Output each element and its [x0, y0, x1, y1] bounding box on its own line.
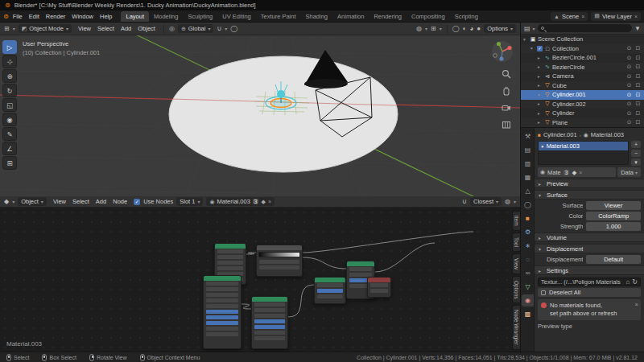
viewport-canvas[interactable]: [0, 35, 520, 196]
disable-render-icon[interactable]: ⊡: [634, 110, 642, 117]
outliner-search-input[interactable]: [538, 24, 633, 32]
material-users-badge[interactable]: 3: [564, 170, 570, 175]
hide-viewport-icon[interactable]: ⊙: [625, 73, 633, 80]
outliner-row-beziercircle-001[interactable]: ▸∿BezierCircle.001⊙⊡: [521, 53, 644, 63]
unlink-icon[interactable]: ×: [579, 170, 582, 175]
mode-selector[interactable]: ◩ Object Mode ▾: [19, 24, 72, 33]
properties-tab-material[interactable]: ◉: [522, 294, 534, 306]
viewport-menu-object[interactable]: Object: [134, 25, 159, 32]
node-editor-type-chevron-icon[interactable]: ▾: [12, 199, 14, 204]
disclosure-icon[interactable]: ▾: [530, 46, 535, 51]
properties-tab-render[interactable]: ▤: [522, 144, 534, 156]
measure-tool[interactable]: ∠: [2, 142, 17, 155]
scene-selector[interactable]: ▲ Scene ×: [551, 12, 588, 21]
node-snap-magnet-icon[interactable]: ∪: [462, 198, 467, 205]
properties-tab-object-data[interactable]: ▽: [522, 281, 534, 293]
menu-help[interactable]: Help: [97, 13, 115, 20]
disclosure-icon[interactable]: ▸: [538, 120, 543, 125]
deselect-all-button[interactable]: Deselect All: [538, 288, 641, 297]
strength-slider[interactable]: 1.000: [586, 222, 641, 231]
data-link-selector[interactable]: Data ▾: [617, 167, 641, 177]
workspace-tab-sculpting[interactable]: Sculpting: [183, 11, 217, 22]
surface-value-button[interactable]: Viewer: [586, 201, 641, 210]
shader-node-6[interactable]: [367, 277, 391, 298]
node-canvas[interactable]: [0, 208, 520, 352]
shader-node-4[interactable]: [314, 277, 346, 304]
disclosure-icon[interactable]: ▸: [538, 64, 543, 69]
node-overlay-chevron-icon[interactable]: ▾: [514, 199, 516, 204]
camera-view-icon[interactable]: [502, 103, 511, 113]
viewport-menu-view[interactable]: View: [75, 25, 94, 32]
disable-render-icon[interactable]: ⊡: [634, 55, 642, 61]
blender-menu-icon[interactable]: ⊚: [3, 13, 9, 20]
material-slot-row[interactable]: ● Material.003: [539, 142, 628, 150]
slot-selector[interactable]: Slot 1 ▾: [176, 197, 203, 206]
shader-editor[interactable]: ◆ ▾ Object ▾ ViewSelectAddNode ✓ Use Nod…: [0, 196, 520, 352]
outliner-row-beziercircle[interactable]: ▸∿BezierCircle⊙⊡: [521, 63, 644, 72]
transform-tool[interactable]: ◉: [2, 113, 17, 126]
view-layer-selector[interactable]: ▤ View Layer ×: [591, 12, 641, 21]
pivot-point-icon[interactable]: ◎: [169, 25, 175, 32]
node-header[interactable]: [368, 278, 390, 282]
proportional-editing-icon[interactable]: ◯: [230, 25, 237, 32]
shading-solid-icon[interactable]: ◐: [463, 25, 467, 32]
disable-render-icon[interactable]: ⊡: [634, 73, 642, 80]
disclosure-icon[interactable]: ▸: [538, 56, 543, 60]
scene-unlink-icon[interactable]: ×: [581, 14, 584, 19]
node-header[interactable]: [315, 278, 345, 282]
outliner-row-cube[interactable]: ▸▽Cube⊙⊡: [521, 81, 644, 91]
editor-type-icon[interactable]: ⊞: [4, 25, 10, 32]
panel-displacement[interactable]: ▾ Displacement: [535, 244, 644, 253]
zoom-icon[interactable]: [502, 69, 511, 79]
material-browse[interactable]: ◉ Mate 3 ◆ ×: [538, 167, 616, 177]
disclosure-icon[interactable]: ▸: [538, 111, 543, 116]
outliner-row-camera[interactable]: ▸⊲Camera⊙⊡: [521, 72, 644, 81]
disclosure-icon[interactable]: ▾: [523, 37, 528, 42]
navigation-gizmo[interactable]: [491, 40, 514, 64]
gizmos-icon[interactable]: ⊞: [431, 25, 436, 32]
color-value-button[interactable]: ColorRamp: [586, 212, 641, 220]
fake-user-shield-icon[interactable]: ◆: [261, 199, 265, 205]
shader-node-3[interactable]: [251, 296, 288, 349]
outliner-type-icon[interactable]: ▤: [524, 25, 530, 32]
disable-render-icon[interactable]: ⊡: [634, 64, 642, 70]
hide-viewport-icon[interactable]: ⊙: [625, 119, 633, 125]
menu-edit[interactable]: Edit: [26, 13, 43, 20]
outliner-row-cylinder-001[interactable]: ▾▽Cylinder.001⊙⊡: [521, 90, 644, 100]
node-editor-type-icon[interactable]: ◆: [4, 198, 9, 205]
shader-node-1[interactable]: [256, 245, 303, 277]
add-cube-tool[interactable]: ⊞: [2, 156, 17, 170]
hide-viewport-icon[interactable]: ⊙: [625, 55, 633, 61]
scale-tool[interactable]: ◱: [2, 98, 17, 112]
properties-tab-output[interactable]: ▥: [522, 158, 534, 170]
menu-render[interactable]: Render: [43, 13, 69, 20]
properties-tab-object[interactable]: ■: [522, 212, 534, 224]
properties-tab-world[interactable]: ◯: [522, 199, 534, 211]
shader-menu-node[interactable]: Node: [109, 198, 130, 205]
properties-tab-texture[interactable]: ▩: [522, 308, 534, 320]
displacement-value-button[interactable]: Default: [586, 255, 641, 264]
disable-render-icon[interactable]: ⊡: [634, 82, 642, 88]
panel-volume[interactable]: ▸ Volume: [535, 232, 644, 242]
overlays-chevron-icon[interactable]: ▾: [425, 26, 427, 31]
overlays-icon[interactable]: ◍: [416, 25, 422, 32]
filter-icon[interactable]: ▼: [634, 25, 641, 32]
properties-tab-physics[interactable]: ◌: [522, 253, 534, 265]
properties-tab-constraints[interactable]: ∞: [522, 267, 534, 279]
disable-render-icon[interactable]: ⊡: [634, 92, 642, 98]
sidebar-tab-view[interactable]: View: [512, 253, 520, 274]
disclosure-icon[interactable]: ▸: [538, 83, 543, 88]
workspace-tab-layout[interactable]: Layout: [121, 11, 149, 22]
dismiss-info-icon[interactable]: ×: [635, 301, 638, 309]
viewport-menu-select[interactable]: Select: [94, 25, 118, 32]
outliner-row-cylinder[interactable]: ▸▽Cylinder⊙⊡: [521, 109, 644, 118]
workspace-tab-modeling[interactable]: Modeling: [149, 11, 183, 22]
node-header[interactable]: [252, 297, 287, 302]
sidebar-tab-node-wrangler[interactable]: Node Wrangler: [512, 305, 520, 350]
workspace-tab-animation[interactable]: Animation: [332, 11, 369, 22]
workspace-tab-compositing[interactable]: Compositing: [407, 11, 450, 22]
move-tool[interactable]: ⊕: [2, 69, 17, 83]
outliner-row-plane[interactable]: ▸▽Plane⊙⊡: [521, 118, 644, 128]
transform-orientation-selector[interactable]: ⊕ Global ▾: [178, 24, 214, 33]
add-slot-button[interactable]: +: [631, 141, 641, 148]
